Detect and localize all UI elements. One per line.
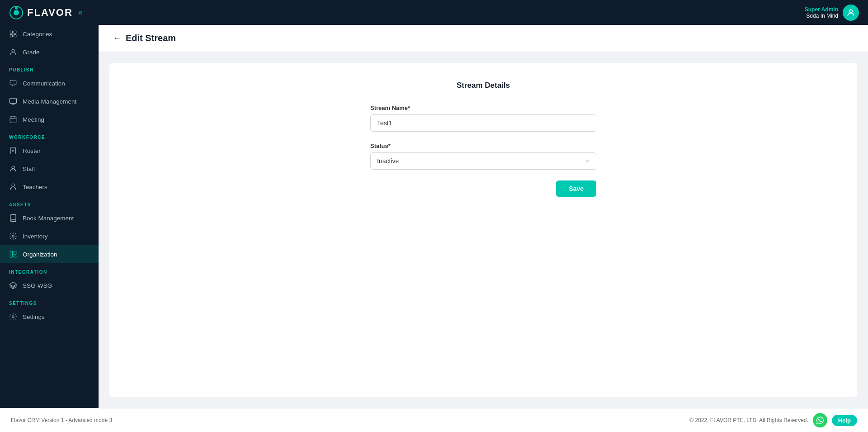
stream-name-input[interactable] (370, 114, 596, 132)
sidebar: Categories Grade PUBLISH Communication M… (0, 25, 99, 408)
form-card: Stream Details Stream Name* Status* Acti… (109, 63, 857, 397)
main-layout: Categories Grade PUBLISH Communication M… (0, 25, 868, 408)
svg-point-2 (15, 7, 18, 9)
categories-label: Categories (23, 31, 52, 38)
sidebar-item-roster[interactable]: Roster (0, 142, 99, 160)
user-avatar[interactable] (843, 5, 859, 21)
status-select[interactable]: Active Inactive (370, 152, 596, 170)
organization-label: Organization (23, 251, 57, 258)
help-button[interactable]: Help (832, 415, 857, 426)
ssg-wsg-label: SSG-WSG (23, 282, 52, 289)
version-text: Flavor CRM Version 1 - Advanced mode 3 (11, 417, 112, 423)
sidebar-item-teachers[interactable]: Teachers (0, 178, 99, 196)
sidebar-item-categories[interactable]: Categories (0, 25, 99, 43)
settings-section-label: SETTINGS (0, 294, 99, 308)
logo-icon (9, 5, 24, 20)
form-actions: Save (370, 180, 596, 197)
settings-label: Settings (23, 313, 45, 320)
user-info: Super Admin Soda In Mind (805, 6, 838, 19)
app-header: FLAVOR « Super Admin Soda In Mind (0, 0, 868, 25)
header-left: FLAVOR « (9, 5, 83, 20)
grid-icon (9, 30, 17, 38)
svg-rect-11 (10, 117, 16, 123)
svg-point-3 (849, 9, 853, 13)
grade-icon (9, 48, 17, 56)
assets-section-label: ASSETS (0, 196, 99, 209)
staff-icon (9, 165, 17, 173)
save-button[interactable]: Save (556, 180, 596, 197)
logo: FLAVOR (9, 5, 73, 20)
inventory-label: Inventory (23, 233, 48, 240)
grade-label: Grade (23, 49, 40, 56)
svg-rect-10 (10, 98, 17, 103)
sidebar-item-organization[interactable]: Organization (0, 245, 99, 263)
svg-rect-5 (14, 31, 16, 33)
teachers-icon (9, 183, 17, 191)
stream-name-group: Stream Name* (370, 104, 596, 132)
user-role: Super Admin (805, 6, 838, 13)
svg-point-14 (12, 184, 14, 186)
svg-rect-16 (10, 251, 12, 257)
stream-name-label: Stream Name* (370, 104, 596, 111)
publish-section-label: PUBLISH (0, 61, 99, 74)
page-title: Edit Stream (126, 33, 176, 43)
roster-icon (9, 147, 17, 155)
status-group: Status* Active Inactive (370, 142, 596, 170)
main-content: ← Edit Stream Stream Details Stream Name… (99, 25, 868, 408)
app-footer: Flavor CRM Version 1 - Advanced mode 3 ©… (0, 408, 868, 432)
settings-icon (9, 313, 17, 321)
sidebar-item-settings[interactable]: Settings (0, 308, 99, 326)
sidebar-item-ssg-wsg[interactable]: SSG-WSG (0, 276, 99, 294)
form-section-title: Stream Details (124, 81, 843, 90)
footer-right: © 2022, FLAVOR PTE. LTD. All Rights Rese… (689, 413, 857, 427)
monitor-icon (9, 97, 17, 105)
organization-icon (9, 250, 17, 258)
staff-label: Staff (23, 166, 35, 172)
teachers-label: Teachers (23, 184, 47, 190)
header-right: Super Admin Soda In Mind (805, 5, 859, 21)
layers-icon (9, 281, 17, 290)
integration-section-label: INTEGRATION (0, 263, 99, 276)
roster-label: Roster (23, 147, 41, 154)
svg-rect-6 (10, 35, 12, 37)
svg-point-20 (12, 316, 14, 318)
collapse-button[interactable]: « (78, 8, 83, 17)
svg-point-13 (12, 166, 14, 169)
svg-rect-9 (10, 80, 16, 85)
svg-point-1 (14, 10, 19, 15)
svg-rect-18 (14, 256, 16, 257)
meeting-label: Meeting (23, 116, 44, 123)
page-header: ← Edit Stream (99, 25, 868, 52)
svg-rect-4 (10, 31, 12, 33)
back-button[interactable]: ← (113, 33, 121, 43)
svg-rect-7 (14, 35, 16, 37)
sidebar-item-communication[interactable]: Communication (0, 74, 99, 92)
book-management-label: Book Management (23, 215, 74, 222)
workforce-section-label: WORKFORCE (0, 128, 99, 142)
sidebar-item-meeting[interactable]: Meeting (0, 110, 99, 128)
whatsapp-button[interactable] (813, 413, 827, 427)
sidebar-item-staff[interactable]: Staff (0, 160, 99, 178)
sidebar-item-media-management[interactable]: Media Management (0, 92, 99, 110)
meeting-icon (9, 115, 17, 123)
media-management-label: Media Management (23, 98, 76, 105)
svg-rect-17 (14, 251, 16, 255)
status-label: Status* (370, 142, 596, 149)
inventory-icon (9, 232, 17, 240)
user-org: Soda In Mind (805, 13, 838, 19)
svg-rect-12 (11, 147, 16, 154)
communication-label: Communication (23, 80, 65, 87)
logo-text: FLAVOR (27, 7, 73, 19)
sidebar-item-grade[interactable]: Grade (0, 43, 99, 61)
sidebar-item-inventory[interactable]: Inventory (0, 227, 99, 245)
chat-icon (9, 79, 17, 87)
copyright-text: © 2022, FLAVOR PTE. LTD. All Rights Rese… (689, 417, 808, 423)
svg-point-8 (12, 49, 14, 52)
book-icon (9, 214, 17, 222)
svg-point-15 (12, 235, 14, 237)
sidebar-item-book-management[interactable]: Book Management (0, 209, 99, 227)
